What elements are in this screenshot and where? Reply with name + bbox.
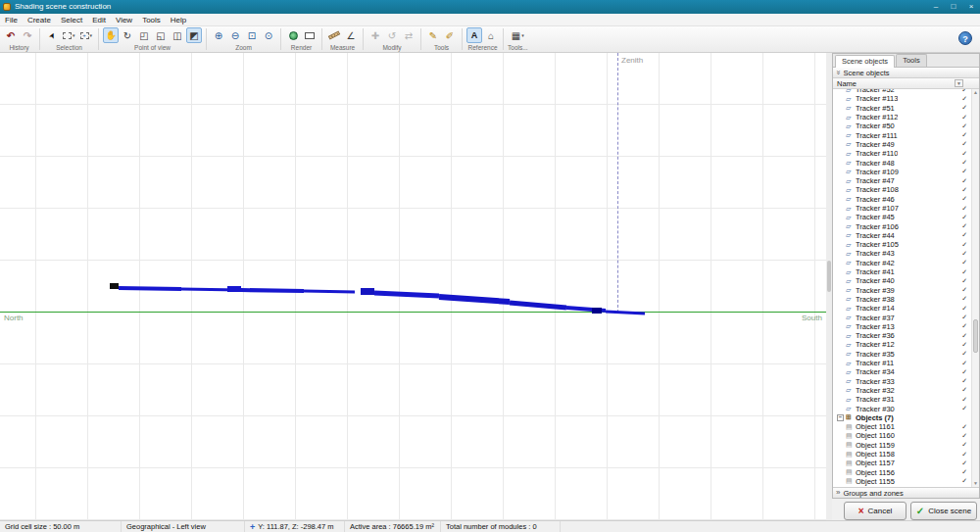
visibility-check-icon[interactable]: ✓ [961, 104, 967, 112]
redo-button[interactable]: ↷ [20, 27, 35, 43]
visibility-check-icon[interactable]: ✓ [961, 250, 967, 258]
view-top-button[interactable]: ◰ [136, 27, 152, 43]
move-object-button[interactable]: ✚ [368, 27, 383, 43]
visibility-check-icon[interactable]: ✓ [961, 341, 967, 349]
maximize-button[interactable]: □ [945, 0, 962, 14]
visibility-check-icon[interactable]: ✓ [961, 322, 967, 330]
visibility-check-icon[interactable]: ✓ [961, 131, 967, 139]
mirror-object-button[interactable]: ⇄ [401, 27, 416, 43]
tracker-row[interactable]: ▱ Tracker #49 ✓ [833, 140, 979, 149]
pointer-tool-button[interactable]: ➤ [44, 27, 60, 43]
tracker-row[interactable]: ▱ Tracker #33 ✓ [833, 377, 979, 386]
zoom-extents-button[interactable]: ⊙ [261, 27, 276, 43]
visibility-check-icon[interactable]: ✓ [961, 286, 967, 294]
tracker-row[interactable]: ▱ Tracker #39 ✓ [833, 286, 979, 295]
tracker-row[interactable]: ▱ Tracker #12 ✓ [833, 340, 979, 349]
visibility-check-icon[interactable]: ✓ [961, 268, 967, 276]
visibility-check-icon[interactable]: ✓ [961, 405, 967, 412]
view-side-button[interactable]: ◫ [170, 27, 185, 43]
tracker-row[interactable]: ▱ Tracker #50 ✓ [833, 121, 979, 130]
menu-item[interactable]: Edit [87, 14, 111, 26]
visibility-check-icon[interactable]: ✓ [961, 205, 967, 213]
annotate-tool-button[interactable]: ✐ [442, 27, 458, 43]
filter-icon[interactable]: ▼ [955, 79, 963, 87]
visibility-check-icon[interactable]: ✓ [961, 186, 967, 194]
tracker-row[interactable]: ▱ Tracker #43 ✓ [833, 249, 979, 258]
visibility-check-icon[interactable]: ✓ [961, 360, 967, 367]
scene-canvas[interactable]: Zenith North South [0, 53, 826, 520]
visibility-check-icon[interactable]: ✓ [961, 314, 967, 321]
tracker-row[interactable]: ▱ Tracker #110 ✓ [833, 149, 979, 158]
visibility-check-icon[interactable]: ✓ [961, 386, 967, 394]
tracker-row[interactable]: ▱ Tracker #44 ✓ [833, 231, 979, 240]
rotate-object-button[interactable]: ↺ [384, 27, 400, 43]
visibility-check-icon[interactable]: ✓ [961, 350, 967, 358]
help-button[interactable]: ? [958, 31, 972, 45]
groups-and-zones-bar[interactable]: » Groups and zones [833, 487, 979, 498]
tracker-row[interactable]: ▱ Tracker #45 ✓ [833, 213, 979, 221]
tracker-row[interactable]: ▱ Tracker #112 ✓ [833, 113, 979, 121]
visibility-check-icon[interactable]: ✓ [961, 459, 967, 467]
tracker-row[interactable]: ▱ Tracker #35 ✓ [833, 350, 979, 359]
visibility-check-icon[interactable]: ✓ [961, 177, 967, 185]
close-scene-button[interactable]: ✓ Close scene [910, 502, 977, 520]
tracker-row[interactable]: ▱ Tracker #46 ✓ [833, 195, 979, 204]
close-button[interactable]: × [962, 0, 980, 14]
tab-tools[interactable]: Tools [896, 54, 927, 67]
render-shaded-button[interactable] [285, 27, 301, 43]
tracker-row[interactable]: ▱ Tracker #111 ✓ [833, 130, 979, 139]
tracker-row[interactable]: ▱ Tracker #47 ✓ [833, 176, 979, 185]
visibility-check-icon[interactable]: ✓ [961, 259, 967, 266]
visibility-check-icon[interactable]: ✓ [961, 368, 967, 376]
object-row[interactable]: ▤ Object 1159 ✓ [833, 441, 979, 450]
visibility-check-icon[interactable]: ✓ [961, 477, 967, 485]
tracker-row[interactable]: ▱ Tracker #41 ✓ [833, 267, 979, 276]
edit-tool-button[interactable]: ✎ [425, 27, 441, 43]
visibility-check-icon[interactable]: ✓ [961, 468, 967, 476]
visibility-check-icon[interactable]: ✓ [961, 168, 967, 175]
visibility-check-icon[interactable]: ✓ [961, 231, 967, 239]
tracker-row[interactable]: ▱ Tracker #32 ✓ [833, 386, 979, 395]
tracker-row[interactable]: ▱ Tracker #51 ✓ [833, 104, 979, 113]
visibility-check-icon[interactable]: ✓ [961, 377, 967, 385]
measure-angle-button[interactable]: ∠ [343, 27, 359, 43]
tracker-row[interactable]: ▱ Tracker #106 ✓ [833, 221, 979, 230]
visibility-check-icon[interactable]: ✓ [961, 451, 967, 459]
menu-item[interactable]: Create [23, 14, 56, 26]
menu-item[interactable]: File [0, 14, 23, 26]
cancel-button[interactable]: × Cancel [844, 502, 906, 520]
tracker-row[interactable]: ▱ Tracker #31 ✓ [833, 395, 979, 404]
visibility-check-icon[interactable]: ✓ [961, 295, 967, 303]
tracker-row[interactable]: ▱ Tracker #107 ✓ [833, 204, 979, 213]
scroll-down-icon[interactable]: ▼ [972, 480, 979, 487]
tracker-row[interactable]: ▱ Tracker #48 ✓ [833, 158, 979, 167]
tracker-row[interactable]: ▱ Tracker #40 ✓ [833, 276, 979, 285]
title-bar[interactable]: Shading scene construction – □ × [0, 0, 980, 14]
grid-tools-button[interactable]: ▦▾ [510, 27, 526, 43]
tracker-row[interactable]: ▱ Tracker #108 ✓ [833, 185, 979, 194]
rect-select-button[interactable]: ▾ [61, 27, 77, 43]
scene-objects-section-header[interactable]: » Scene objects [833, 68, 979, 78]
tracker-row[interactable]: ▱ Tracker #113 ✓ [833, 94, 979, 103]
tracker-row[interactable]: ▱ Tracker #11 ✓ [833, 359, 979, 367]
object-row[interactable]: ▤ Object 1156 ✓ [833, 467, 979, 476]
reference-scene-button[interactable]: ⌂ [483, 27, 499, 43]
tracker-row[interactable]: ▱ Tracker #38 ✓ [833, 295, 979, 304]
menu-item[interactable]: Help [166, 14, 191, 26]
collapse-box-icon[interactable]: − [837, 414, 844, 421]
visibility-check-icon[interactable]: ✓ [961, 423, 967, 431]
object-row[interactable]: ▤ Object 1161 ✓ [833, 422, 979, 431]
visibility-check-icon[interactable]: ✓ [961, 214, 967, 221]
visibility-check-icon[interactable]: ✓ [961, 89, 967, 94]
pan-tool-button[interactable]: ✋ [103, 27, 119, 43]
zoom-window-button[interactable]: ⊡ [244, 27, 260, 43]
visibility-check-icon[interactable]: ✓ [961, 432, 967, 440]
visibility-check-icon[interactable]: ✓ [961, 222, 967, 230]
tracker-row[interactable]: ▱ Tracker #109 ✓ [833, 168, 979, 176]
measure-distance-button[interactable] [326, 27, 342, 43]
zoom-out-button[interactable]: ⊖ [227, 27, 243, 43]
menu-item[interactable]: Tools [137, 14, 166, 26]
zoom-in-button[interactable]: ⊕ [211, 27, 226, 43]
menu-item[interactable]: Select [56, 14, 87, 26]
tracker-row[interactable]: ▱ Tracker #14 ✓ [833, 304, 979, 313]
